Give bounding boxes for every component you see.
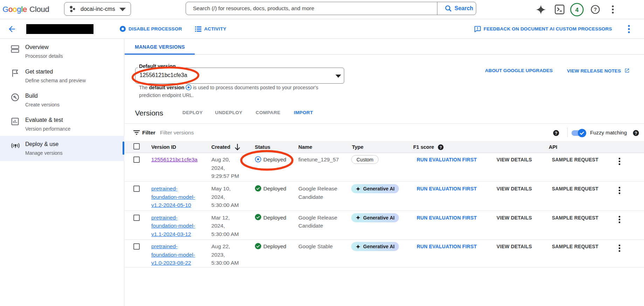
svg-text:?: ? — [635, 131, 637, 136]
svg-text:?: ? — [594, 7, 597, 12]
svg-text:?: ? — [555, 131, 557, 136]
svg-text:4: 4 — [575, 7, 579, 13]
svg-text:?: ? — [439, 145, 442, 149]
